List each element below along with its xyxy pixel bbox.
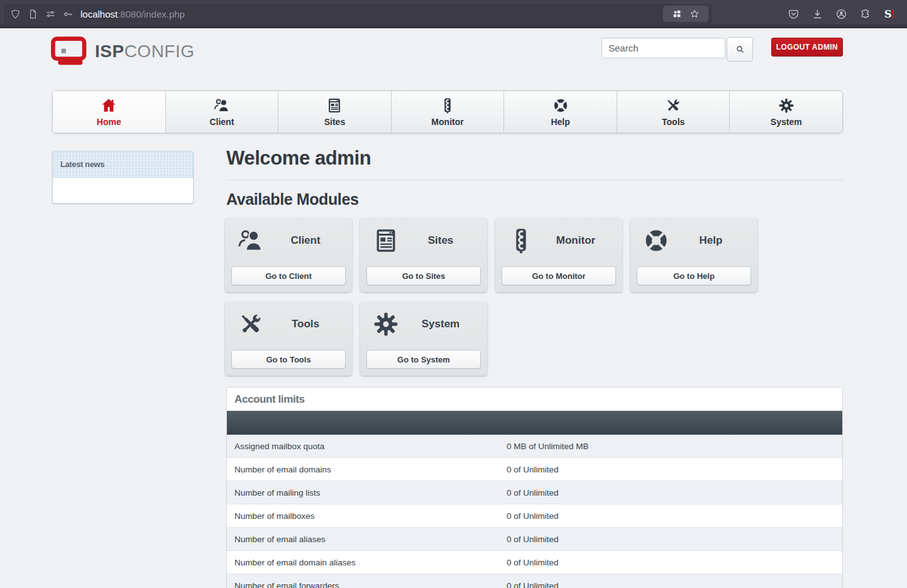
limit-label: Assigned mailbox quota [227, 442, 507, 451]
main-navigation: Home Client Sites Monitor Help Tools Sys… [52, 90, 843, 133]
account-limit-row: Number of email domain aliases 0 of Unli… [227, 551, 842, 574]
tab-label: System [771, 117, 802, 127]
bookmark-star-icon[interactable] [690, 9, 700, 19]
search-area [602, 38, 753, 62]
account-limits-panel: Account limits Assigned mailbox quota 0 … [226, 387, 843, 588]
tracking-protection-shield-icon[interactable] [10, 9, 21, 19]
tab-help[interactable]: Help [504, 91, 617, 133]
tab-label: Client [209, 117, 234, 127]
limit-label: Number of email domain aliases [227, 558, 507, 567]
sites-icon [326, 97, 343, 114]
account-limit-row: Number of mailboxes 0 of Unlimited [227, 504, 842, 528]
tab-label: Help [551, 117, 569, 127]
tab-home[interactable]: Home [53, 91, 166, 133]
account-limits-rows: Assigned mailbox quota 0 MB of Unlimited… [227, 435, 842, 588]
limit-value: 0 of Unlimited [507, 511, 842, 521]
ispconfig-logo-text: ISPCONFIG [95, 41, 195, 62]
grid-icon[interactable] [672, 9, 682, 19]
url-path: :8080/index.php [118, 9, 185, 19]
latest-news-title: Latest news [53, 151, 193, 178]
limit-value: 0 of Unlimited [507, 535, 842, 544]
go-to-help-button[interactable]: Go to Help [637, 266, 751, 285]
logo-light: CONFIG [124, 41, 195, 61]
go-to-system-button[interactable]: Go to System [366, 350, 481, 369]
home-icon [101, 97, 117, 114]
module-card-sites: Sites Go to Sites [360, 218, 487, 292]
module-title: Tools [264, 318, 352, 330]
monitor-icon [439, 97, 456, 114]
limit-label: Number of mailboxes [227, 511, 507, 521]
account-icon[interactable] [835, 8, 847, 20]
module-title: Client [264, 234, 352, 247]
tab-label: Home [97, 117, 121, 127]
tab-system[interactable]: System [730, 91, 842, 133]
limit-value: 0 of Unlimited [507, 558, 842, 567]
tab-client[interactable]: Client [166, 91, 279, 133]
help-icon [552, 97, 569, 114]
module-card-monitor: Monitor Go to Monitor [495, 218, 622, 292]
search-icon [735, 45, 745, 54]
page-info-icon[interactable] [28, 9, 38, 19]
modules-heading: Available Modules [226, 190, 358, 209]
client-icon [238, 227, 264, 254]
module-card-tools: Tools Go to Tools [225, 302, 352, 376]
latest-news-panel: Latest news [52, 151, 194, 204]
toolbar-right: S! [788, 4, 896, 24]
tools-icon [665, 97, 681, 114]
go-to-tools-button[interactable]: Go to Tools [231, 350, 346, 369]
module-title: Help [669, 234, 757, 247]
account-limit-row: Number of email forwarders 0 of Unlimite… [227, 574, 842, 588]
module-card-help: Help Go to Help [630, 218, 757, 292]
account-limit-row: Number of email domains 0 of Unlimited [227, 458, 842, 481]
saved-password-key-icon[interactable] [63, 9, 74, 19]
system-icon [778, 97, 794, 114]
go-to-client-button[interactable]: Go to Client [231, 266, 346, 285]
tab-monitor[interactable]: Monitor [392, 91, 505, 133]
url-text[interactable]: localhost:8080/index.php [80, 9, 663, 19]
url-host: localhost [80, 9, 118, 19]
download-icon[interactable] [811, 8, 823, 20]
account-limits-table-header [227, 411, 842, 435]
module-card-system: System Go to System [360, 302, 487, 376]
permissions-icon[interactable] [45, 9, 56, 19]
go-to-sites-button[interactable]: Go to Sites [366, 266, 481, 285]
account-limit-row: Assigned mailbox quota 0 MB of Unlimited… [227, 435, 842, 458]
limit-label: Number of mailing lists [227, 488, 507, 498]
limit-value: 0 of Unlimited [507, 465, 842, 474]
logo-bold: ISP [95, 41, 124, 61]
module-title: Monitor [534, 234, 622, 247]
page-title: Welcome admin [226, 147, 371, 170]
modules-grid: Client Go to Client Sites Go to Sites Mo… [225, 218, 847, 376]
module-title: Sites [399, 234, 487, 247]
ispconfig-logo[interactable]: ISPCONFIG [50, 36, 195, 67]
urlbar-actions [663, 6, 708, 22]
tab-label: Tools [662, 117, 684, 127]
s-extension-icon[interactable]: S! [883, 8, 896, 20]
sites-icon [373, 227, 399, 254]
account-limit-row: Number of mailing lists 0 of Unlimited [227, 481, 842, 504]
go-to-monitor-button[interactable]: Go to Monitor [502, 266, 616, 285]
module-title: System [399, 318, 487, 330]
search-input[interactable] [602, 38, 725, 58]
limit-label: Number of email domains [227, 465, 507, 474]
search-button[interactable] [727, 37, 753, 62]
tab-tools[interactable]: Tools [617, 91, 730, 133]
account-limit-row: Number of email aliases 0 of Unlimited [227, 528, 842, 551]
limit-label: Number of email forwarders [227, 581, 507, 588]
s-extension-letter: S [884, 8, 892, 20]
limit-value: 0 of Unlimited [507, 581, 842, 588]
monitor-icon [508, 227, 534, 254]
logout-admin-button[interactable]: LOGOUT ADMIN [771, 38, 843, 57]
help-icon [643, 227, 669, 254]
pocket-icon[interactable] [788, 8, 800, 20]
tools-icon [238, 311, 264, 337]
system-icon [373, 311, 399, 337]
url-bar[interactable]: localhost:8080/index.php [4, 4, 712, 24]
ispconfig-logo-icon [50, 36, 89, 67]
limit-value: 0 MB of Unlimited MB [507, 442, 842, 451]
tab-sites[interactable]: Sites [278, 91, 392, 133]
browser-chrome: localhost:8080/index.php S! [0, 0, 907, 28]
extensions-puzzle-icon[interactable] [859, 8, 871, 20]
module-card-client: Client Go to Client [225, 218, 352, 292]
s-extension-mark: ! [891, 9, 894, 19]
